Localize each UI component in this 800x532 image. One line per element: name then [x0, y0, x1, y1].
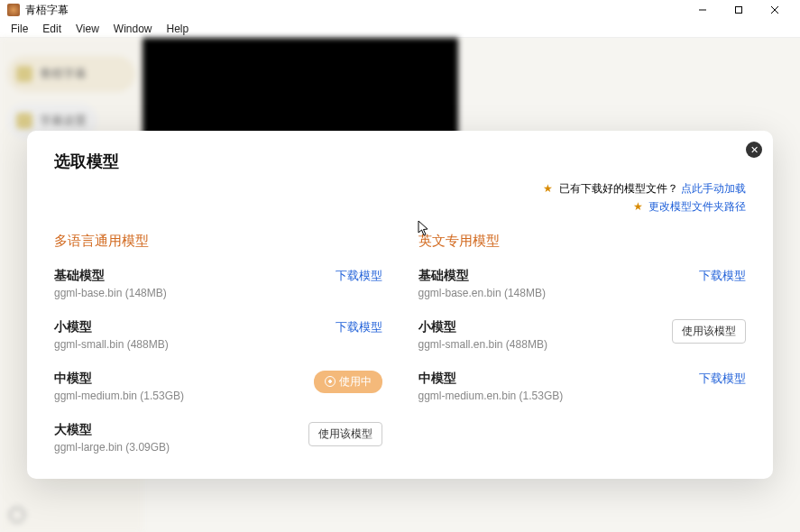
model-row: 小模型 ggml-small.bin (488MB) 下载模型 — [54, 319, 382, 351]
model-name: 中模型 — [418, 371, 564, 387]
model-file: ggml-small.bin (488MB) — [54, 338, 169, 351]
window-title: 青梧字幕 — [25, 3, 69, 18]
menu-edit[interactable]: Edit — [35, 20, 69, 37]
minimize-button[interactable] — [685, 0, 721, 20]
model-file: ggml-medium.en.bin (1.53GB) — [418, 390, 564, 402]
download-model-link[interactable]: 下载模型 — [699, 268, 746, 284]
maximize-button[interactable] — [721, 0, 757, 20]
model-name: 大模型 — [54, 422, 170, 438]
download-model-link[interactable]: 下载模型 — [336, 268, 382, 284]
star-icon: ★ — [633, 200, 643, 213]
download-model-link[interactable]: 下载模型 — [336, 319, 382, 335]
column-title-english: 英文专用模型 — [418, 233, 747, 250]
model-file: ggml-medium.bin (1.53GB) — [54, 390, 184, 402]
model-file: ggml-large.bin (3.09GB) — [54, 441, 170, 454]
manual-load-link[interactable]: 点此手动加载 — [681, 182, 746, 195]
menu-window[interactable]: Window — [106, 20, 160, 37]
window-close-button[interactable] — [757, 0, 793, 20]
link1-prefix: 已有下载好的模型文件？ — [559, 182, 678, 195]
app-icon — [7, 4, 20, 16]
model-name: 中模型 — [54, 371, 184, 387]
model-row: 基础模型 ggml-base.bin (148MB) 下载模型 — [54, 268, 382, 299]
settings-icon — [9, 507, 25, 523]
download-model-link[interactable]: 下载模型 — [699, 371, 746, 387]
select-model-dialog: ✕ 选取模型 ★ 已有下载好的模型文件？ 点此手动加载 ★ 更改模型文件夹路径 … — [27, 131, 773, 479]
dialog-close-button[interactable]: ✕ — [746, 142, 762, 158]
model-name: 基础模型 — [54, 268, 167, 284]
menubar: File Edit View Window Help — [0, 20, 800, 38]
dialog-title: 选取模型 — [54, 151, 746, 172]
model-row: 小模型 ggml-small.en.bin (488MB) 使用该模型 — [418, 319, 747, 351]
model-name: 基础模型 — [418, 268, 546, 284]
menu-help[interactable]: Help — [160, 20, 197, 37]
close-icon: ✕ — [750, 144, 759, 156]
menu-view[interactable]: View — [69, 20, 106, 37]
model-file: ggml-base.en.bin (148MB) — [418, 287, 546, 299]
use-model-button[interactable]: 使用该模型 — [308, 422, 382, 446]
model-row: 基础模型 ggml-base.en.bin (148MB) 下载模型 — [418, 268, 747, 299]
column-title-multilingual: 多语言通用模型 — [54, 233, 382, 250]
menu-file[interactable]: File — [4, 20, 35, 37]
model-file: ggml-base.bin (148MB) — [54, 287, 167, 299]
model-row: 中模型 ggml-medium.bin (1.53GB) 使用中 — [54, 371, 382, 402]
english-column: 英文专用模型 基础模型 ggml-base.en.bin (148MB) 下载模… — [418, 233, 747, 454]
model-in-use-badge: 使用中 — [314, 371, 382, 393]
model-name: 小模型 — [418, 319, 547, 335]
multilingual-column: 多语言通用模型 基础模型 ggml-base.bin (148MB) 下载模型 … — [54, 233, 382, 454]
model-row: 大模型 ggml-large.bin (3.09GB) 使用该模型 — [54, 422, 382, 454]
model-row: 中模型 ggml-medium.en.bin (1.53GB) 下载模型 — [418, 371, 747, 402]
titlebar: 青梧字幕 — [0, 0, 800, 20]
dialog-links: ★ 已有下载好的模型文件？ 点此手动加载 ★ 更改模型文件夹路径 — [54, 179, 746, 216]
model-name: 小模型 — [54, 319, 169, 335]
star-icon: ★ — [543, 182, 553, 195]
use-model-button[interactable]: 使用该模型 — [672, 319, 746, 344]
change-path-link[interactable]: 更改模型文件夹路径 — [648, 200, 746, 213]
svg-rect-1 — [736, 7, 742, 14]
model-file: ggml-small.en.bin (488MB) — [418, 338, 547, 351]
